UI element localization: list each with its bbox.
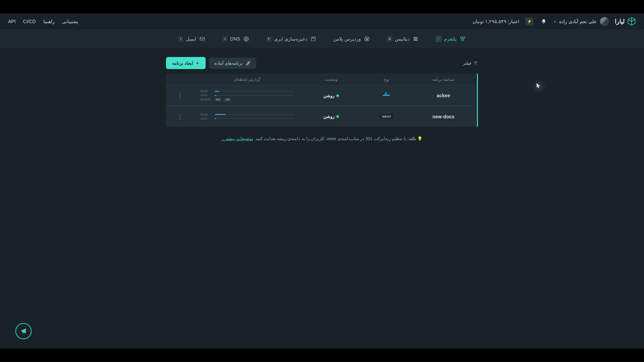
row-menu-button[interactable]: ⋮: [177, 95, 183, 97]
service-tabs: پلتفرم ۲ دیتابیس ۵ وردپرس پلاس ذخیره‌ساز…: [0, 29, 644, 48]
mail-icon: [199, 36, 206, 42]
credit-balance: اعتبار: ۱,۲۹۵,۵۴۹ تومان: [473, 19, 519, 24]
ready-apps-button[interactable]: 🚀 برنامه‌های آماده: [209, 58, 257, 69]
table-header: شناسه برنامه نوع وضعیت گزارش لحظه‌ای: [166, 74, 477, 85]
chevron-down-icon: ▾: [554, 20, 556, 23]
tab-storage-label: ذخیره‌سازی ابری: [274, 36, 307, 42]
next-badge: NEXT.: [379, 114, 393, 119]
nav-cicd[interactable]: CI/CD: [23, 19, 36, 24]
tab-platform[interactable]: پلتفرم ۲: [432, 34, 469, 44]
plus-icon: ＋: [195, 60, 200, 66]
tab-email-label: ایمیل: [186, 36, 196, 42]
tip-body: با تنظیم ریدایرکت 301 در ساب‌دامنه‌ی www…: [254, 136, 407, 141]
app-metrics: RAM CPU DISKS1%1%: [195, 89, 299, 102]
row-actions: ⋮: [165, 95, 195, 97]
tip-more-link[interactable]: توضیحات بیشتر...: [221, 136, 253, 141]
svg-point-2: [462, 39, 464, 41]
svg-rect-16: [386, 94, 387, 95]
bell-icon: [541, 19, 546, 24]
table-row[interactable]: ackee روشن RAM CPU DISKS1%1%: [166, 85, 477, 106]
rocket-icon: 🚀: [246, 61, 251, 66]
svg-point-0: [460, 37, 462, 39]
tab-dns-label: DNS: [230, 36, 240, 42]
apps-toolbar: فیلتر 🚀 برنامه‌های آماده ＋ ایجاد برنامه: [166, 57, 478, 69]
app-status: روشن: [299, 93, 363, 98]
app-id: ackee: [410, 93, 477, 98]
svg-rect-7: [311, 37, 315, 41]
row-actions: ⋮: [165, 116, 195, 118]
app-type: [363, 90, 410, 101]
col-id: شناسه برنامه: [410, 77, 477, 82]
docker-icon: [381, 90, 392, 101]
row-menu-button[interactable]: ⋮: [177, 116, 183, 118]
svg-rect-10: [200, 38, 205, 41]
brand-name: لیارا: [615, 18, 625, 25]
header-nav: پشتیبانی راهنما CI/CD API: [8, 19, 78, 24]
telegram-icon: [20, 327, 27, 335]
app-metrics: RAM CPU: [195, 113, 299, 120]
database-icon: [412, 36, 419, 42]
bolt-icon: ⚡: [527, 19, 532, 24]
tab-email-count: ۱: [178, 36, 183, 42]
tab-database[interactable]: دیتابیس ۵: [384, 34, 422, 44]
tab-platform-count: ۲: [436, 36, 441, 42]
tab-storage-count: ۲: [266, 36, 271, 42]
col-report: گزارش لحظه‌ای: [195, 77, 299, 82]
col-status: وضعیت: [299, 77, 363, 82]
wordpress-icon: [364, 36, 370, 42]
nav-support[interactable]: پشتیبانی: [62, 19, 78, 24]
tab-dns[interactable]: DNS ۱: [219, 34, 253, 44]
apps-table: شناسه برنامه نوع وضعیت گزارش لحظه‌ای ack…: [166, 74, 478, 127]
svg-rect-8: [312, 38, 315, 38]
main-content: فیلتر 🚀 برنامه‌های آماده ＋ ایجاد برنامه …: [0, 48, 644, 141]
status-dot-icon: [336, 115, 339, 118]
brand-logo[interactable]: لیارا: [615, 17, 636, 26]
user-name: علی نجم آبادی زاده: [559, 19, 597, 24]
tab-platform-label: پلتفرم: [444, 36, 457, 42]
platform-icon: [459, 36, 466, 42]
tip-lead: نکته:: [408, 136, 416, 141]
tab-wordpress-label: وردپرس پلاس: [333, 36, 361, 42]
svg-point-1: [463, 37, 465, 39]
nav-api[interactable]: API: [8, 19, 16, 24]
tip-icon: 💡: [417, 136, 423, 141]
avatar: [600, 17, 609, 26]
ready-apps-label: برنامه‌های آماده: [214, 61, 243, 66]
globe-icon: [243, 36, 250, 42]
storage-icon: [310, 36, 317, 42]
user-menu[interactable]: علی نجم آبادی زاده ▾: [554, 17, 609, 26]
tab-dns-count: ۱: [222, 36, 227, 42]
app-status: روشن: [299, 114, 363, 119]
svg-rect-4: [414, 39, 418, 39]
tab-database-label: دیتابیس: [395, 36, 410, 42]
tab-storage[interactable]: ذخیره‌سازی ابری ۲: [263, 34, 320, 44]
tip-banner: 💡 نکته: با تنظیم ریدایرکت 301 در ساب‌دام…: [166, 136, 478, 141]
filter-icon: [473, 61, 478, 65]
upgrade-button[interactable]: ⚡: [525, 17, 533, 25]
status-dot-icon: [336, 95, 339, 97]
create-app-button[interactable]: ＋ ایجاد برنامه: [166, 57, 206, 69]
notifications-button[interactable]: [539, 17, 548, 26]
svg-rect-3: [414, 37, 418, 38]
app-type: NEXT.: [363, 114, 410, 119]
tab-email[interactable]: ایمیل ۱: [175, 34, 209, 44]
svg-rect-5: [414, 40, 418, 41]
tab-database-count: ۵: [387, 36, 392, 42]
cube-icon: [627, 17, 636, 26]
filter-label: فیلتر: [463, 61, 471, 66]
create-app-label: ایجاد برنامه: [172, 61, 193, 66]
filter-button[interactable]: فیلتر: [463, 61, 478, 66]
svg-rect-15: [384, 94, 385, 95]
app-id: new-docs: [410, 114, 477, 119]
telegram-float-button[interactable]: [15, 323, 32, 339]
tab-wordpress[interactable]: وردپرس پلاس: [330, 34, 374, 44]
col-type: نوع: [363, 77, 410, 82]
header-bar: لیارا علی نجم آبادی زاده ▾ ⚡ اعتبار: ۱,۲…: [0, 13, 644, 29]
table-row[interactable]: new-docs NEXT. روشن RAM CPU ⋮: [166, 106, 477, 127]
nav-help[interactable]: راهنما: [43, 19, 55, 24]
svg-rect-17: [386, 92, 387, 93]
